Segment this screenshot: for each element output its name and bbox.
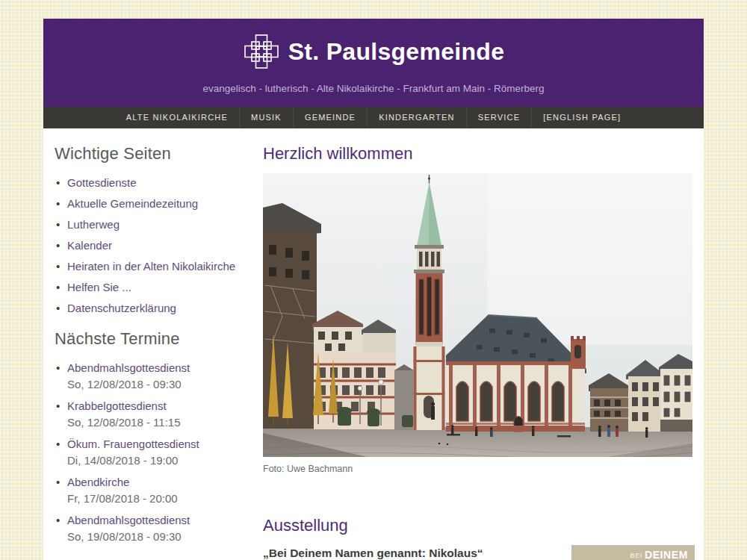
event-date: Fr, 17/08/2018 - 20:00 xyxy=(67,491,252,506)
nav-item[interactable]: KINDERGARTEN xyxy=(367,107,466,128)
page: { "header": { "site_title": "St. Paulsge… xyxy=(0,0,747,560)
church-photo xyxy=(263,173,692,457)
exhibition-banner-image[interactable]: BEIDEINEM xyxy=(571,545,695,560)
site-header: St. Paulsgemeinde evangelisch - lutheris… xyxy=(43,19,704,107)
sidebar-link[interactable]: Kalender xyxy=(67,239,112,252)
sidebar-link-item: Heiraten in der Alten Nikolaikirche xyxy=(55,258,252,274)
nav-item[interactable]: MUSIK xyxy=(239,107,293,128)
banner-prefix: BEI xyxy=(630,552,642,559)
sidebar-link[interactable]: Gottesdienste xyxy=(67,176,137,189)
event-date: So, 12/08/2018 - 09:30 xyxy=(67,376,252,392)
important-pages-heading: Wichtige Seiten xyxy=(55,144,252,164)
event-date: So, 19/08/2018 - 09:30 xyxy=(67,529,252,544)
main-column: Herzlich willkommen xyxy=(263,128,693,560)
sidebar-link[interactable]: Lutherweg xyxy=(67,218,120,231)
sidebar: Wichtige Seiten GottesdiensteAktuelle Ge… xyxy=(55,128,252,550)
event-item: Ökum. Frauengottesdienst Di, 14/08/2018 … xyxy=(55,436,252,468)
site-title: St. Paulsgemeinde xyxy=(288,38,505,66)
photo-caption: Foto: Uwe Bachmann xyxy=(263,464,693,474)
sidebar-link-item: Datenschutzerklärung xyxy=(55,300,252,316)
sidebar-link[interactable]: Helfen Sie ... xyxy=(67,281,131,293)
home-link[interactable]: St. Paulsgemeinde xyxy=(43,19,704,70)
event-item: Abendmahlsgottesdienst So, 12/08/2018 - … xyxy=(55,360,252,392)
event-link[interactable]: Ökum. Frauengottesdienst xyxy=(67,436,252,452)
event-item: Abendkirche Fr, 17/08/2018 - 20:00 xyxy=(55,474,252,506)
event-item: Abendmahlsgottesdienst So, 19/08/2018 - … xyxy=(55,512,252,544)
sidebar-link-item: Aktuelle Gemeindezeitung xyxy=(55,196,252,211)
nav-menu: ALTE NIKOLAIKIRCHEMUSIKGEMEINDEKINDERGAR… xyxy=(115,107,633,128)
event-link[interactable]: Krabbelgottesdienst xyxy=(67,398,252,414)
parish-cross-logo xyxy=(243,33,280,70)
event-link[interactable]: Abendmahlsgottesdienst xyxy=(67,512,252,528)
sidebar-link-item: Lutherweg xyxy=(55,217,252,232)
site-tagline: evangelisch - lutherisch - Alte Nikolaik… xyxy=(43,83,704,94)
upcoming-events-heading: Nächste Termine xyxy=(55,329,252,349)
sidebar-link[interactable]: Datenschutzerklärung xyxy=(67,302,176,314)
sidebar-link[interactable]: Heiraten in der Alten Nikolaikirche xyxy=(67,260,235,273)
sidebar-link-item: Kalender xyxy=(55,237,252,253)
nav-item[interactable]: GEMEINDE xyxy=(293,107,367,128)
nav-item[interactable]: ALTE NIKOLAIKIRCHE xyxy=(115,107,239,128)
event-date: Di, 14/08/2018 - 19:00 xyxy=(67,452,252,468)
site-container: St. Paulsgemeinde evangelisch - lutheris… xyxy=(43,19,704,560)
sidebar-link-item: Gottesdienste xyxy=(55,175,252,190)
event-date: So, 12/08/2018 - 11:15 xyxy=(67,414,252,430)
sidebar-link[interactable]: Aktuelle Gemeindezeitung xyxy=(67,197,198,210)
nav-item[interactable]: [ENGLISH PAGE] xyxy=(531,107,632,128)
event-link[interactable]: Abendmahlsgottesdienst xyxy=(67,360,252,376)
upcoming-events-list: Abendmahlsgottesdienst So, 12/08/2018 - … xyxy=(55,360,252,544)
event-item: Krabbelgottesdienst So, 12/08/2018 - 11:… xyxy=(55,398,252,430)
content-area: Wichtige Seiten GottesdiensteAktuelle Ge… xyxy=(43,128,704,560)
exhibition-heading: Ausstellung xyxy=(263,516,693,535)
welcome-heading: Herzlich willkommen xyxy=(263,144,693,164)
important-pages-list: GottesdiensteAktuelle GemeindezeitungLut… xyxy=(55,175,252,316)
main-nav: ALTE NIKOLAIKIRCHEMUSIKGEMEINDEKINDERGAR… xyxy=(43,107,704,128)
nav-item[interactable]: SERVICE xyxy=(466,107,532,128)
banner-word: DEINEM xyxy=(645,549,688,560)
sidebar-link-item: Helfen Sie ... xyxy=(55,279,252,295)
event-link[interactable]: Abendkirche xyxy=(67,474,252,490)
